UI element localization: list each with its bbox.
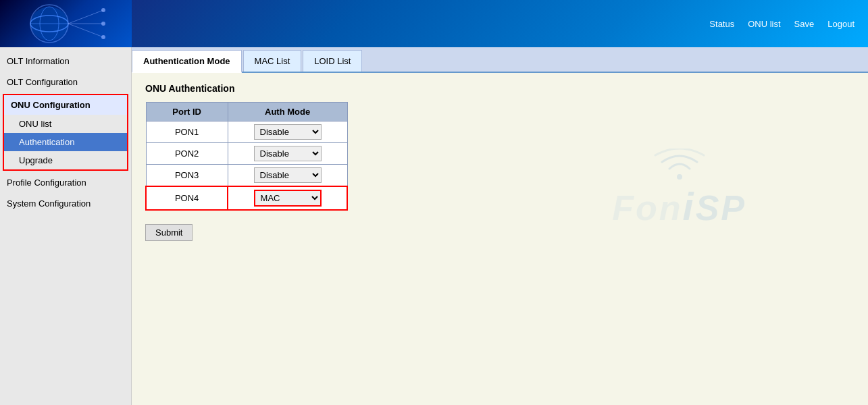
save-link[interactable]: Save: [794, 19, 815, 29]
svg-point-8: [101, 8, 105, 12]
port-id-pon4: PON4: [146, 186, 228, 210]
svg-point-10: [101, 35, 105, 39]
onu-list-link[interactable]: ONU list: [748, 19, 780, 29]
col-header-auth-mode: Auth Mode: [228, 103, 347, 122]
tab-loid-list[interactable]: LOID List: [303, 50, 362, 72]
section-title: ONU Authentication: [145, 83, 854, 94]
svg-line-5: [68, 10, 103, 24]
table-row: PON1 Disable MAC LOID MAC+LOID: [146, 122, 347, 143]
table-row: PON3 Disable MAC LOID MAC+LOID: [146, 165, 347, 187]
status-link[interactable]: Status: [709, 19, 734, 29]
auth-mode-pon3-cell: Disable MAC LOID MAC+LOID: [228, 165, 347, 187]
sidebar-item-olt-configuration[interactable]: OLT Configuration: [0, 72, 131, 92]
table-row: PON2 Disable MAC LOID MAC+LOID: [146, 143, 347, 165]
svg-line-7: [68, 24, 103, 37]
sidebar-onu-configuration-group: ONU Configuration ONU list Authenticatio…: [3, 94, 128, 171]
logo-graphic: [26, 3, 107, 44]
sidebar-item-olt-information[interactable]: OLT Information: [0, 51, 131, 72]
main-layout: OLT Information OLT Configuration ONU Co…: [0, 47, 868, 405]
sidebar-item-profile-configuration[interactable]: Profile Configuration: [0, 172, 131, 193]
submit-button[interactable]: Submit: [145, 224, 193, 241]
port-id-pon2: PON2: [146, 143, 228, 165]
sidebar-item-upgrade[interactable]: Upgrade: [4, 151, 127, 169]
tabs-bar: Authentication Mode MAC List LOID List: [132, 47, 868, 73]
auth-mode-pon2-cell: Disable MAC LOID MAC+LOID: [228, 143, 347, 165]
col-header-port-id: Port ID: [146, 103, 228, 122]
tab-authentication-mode[interactable]: Authentication Mode: [132, 50, 242, 73]
auth-mode-pon1-select[interactable]: Disable MAC LOID MAC+LOID: [254, 124, 322, 140]
header: Status ONU list Save Logout: [0, 0, 868, 47]
port-id-pon1: PON1: [146, 122, 228, 143]
sidebar: OLT Information OLT Configuration ONU Co…: [0, 47, 132, 405]
auth-mode-pon4-cell: Disable MAC LOID MAC+LOID: [228, 186, 347, 210]
port-id-pon3: PON3: [146, 165, 228, 187]
tab-mac-list[interactable]: MAC List: [243, 50, 302, 72]
sidebar-item-onu-list[interactable]: ONU list: [4, 115, 127, 133]
svg-point-9: [101, 22, 105, 26]
auth-mode-pon4-select[interactable]: Disable MAC LOID MAC+LOID: [254, 190, 322, 207]
header-logo: [0, 0, 132, 47]
auth-mode-pon2-select[interactable]: Disable MAC LOID MAC+LOID: [254, 146, 322, 161]
sidebar-item-system-configuration[interactable]: System Configuration: [0, 193, 131, 214]
header-nav: Status ONU list Save Logout: [709, 19, 854, 29]
content-area: Authentication Mode MAC List LOID List O…: [132, 47, 868, 405]
sidebar-onu-configuration-label[interactable]: ONU Configuration: [4, 95, 127, 115]
auth-mode-pon1-cell: Disable MAC LOID MAC+LOID: [228, 122, 347, 143]
sidebar-item-authentication[interactable]: Authentication: [4, 133, 127, 151]
page-content: ONU Authentication Port ID Auth Mode PON…: [132, 73, 868, 251]
table-row-pon4: PON4 Disable MAC LOID MAC+LOID: [146, 186, 347, 210]
auth-table: Port ID Auth Mode PON1 Disable MAC LOID: [145, 102, 348, 211]
logout-link[interactable]: Logout: [827, 19, 854, 29]
auth-mode-pon3-select[interactable]: Disable MAC LOID MAC+LOID: [254, 167, 322, 183]
